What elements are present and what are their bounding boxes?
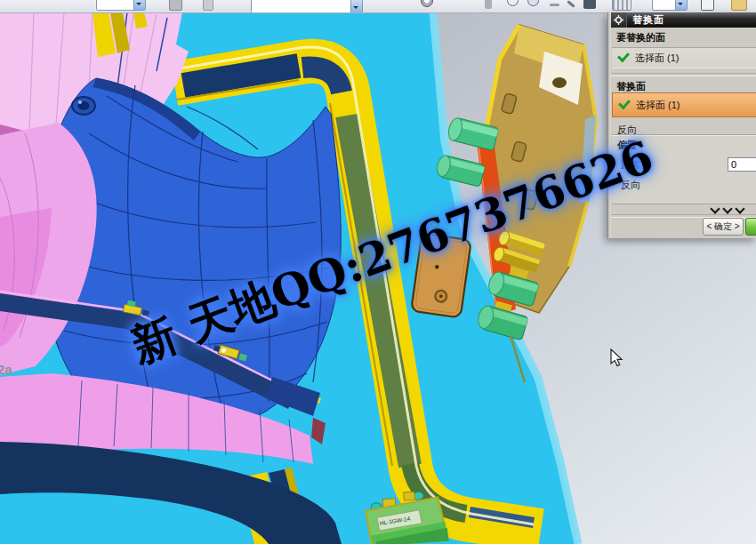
reverse-direction-2[interactable]: 反向	[621, 179, 640, 192]
ok-button[interactable]: < 确定 >	[703, 218, 744, 236]
offset-panel: 偏置 距离 反向	[612, 134, 756, 204]
grid-icon[interactable]	[612, 0, 631, 11]
chevron-down-icon	[722, 204, 732, 213]
group-faces-to-replace: 要替换的面	[616, 31, 665, 44]
plus-icon[interactable]	[550, 4, 559, 6]
distance-label: 距离	[621, 158, 640, 172]
tool-icon[interactable]	[485, 0, 492, 9]
rotate-icon[interactable]	[527, 0, 539, 6]
tool-icon[interactable]	[203, 0, 213, 11]
apply-button[interactable]: 应用	[745, 218, 756, 236]
collapse-chevrons[interactable]	[709, 204, 746, 214]
group-replacement-face: 替换面	[616, 80, 646, 93]
check-icon	[618, 97, 631, 109]
select-face-row-1[interactable]: 选择面 (1)	[612, 47, 756, 68]
check-icon	[617, 50, 630, 62]
chevron-down-icon	[350, 0, 362, 12]
folder-icon[interactable]	[731, 0, 747, 11]
dialog-title: 替换面	[627, 13, 664, 27]
dialog-titlebar[interactable]: 替换面	[611, 12, 756, 28]
divider	[611, 73, 756, 76]
snap-dropdown[interactable]	[652, 0, 688, 11]
insert-plate[interactable]	[411, 234, 471, 318]
top-toolbar[interactable]	[0, 0, 756, 13]
offset-group-label: 偏置	[617, 139, 637, 152]
crosshair-icon[interactable]	[421, 0, 433, 7]
chevron-down-icon	[675, 0, 687, 10]
chevron-down-icon	[133, 0, 145, 10]
teal-peg	[431, 222, 438, 228]
flag-icon[interactable]	[583, 0, 596, 9]
circle-icon[interactable]	[507, 0, 519, 6]
replace-face-dialog[interactable]: 替换面 要替换的面 选择面 (1) 替换面 选择面 (1) 反向 偏置 距离 反…	[607, 12, 756, 238]
distance-input[interactable]	[728, 157, 756, 172]
chevron-down-icon	[735, 204, 744, 213]
corner-label: 2a	[0, 362, 12, 377]
teal-peg	[419, 228, 428, 235]
arrow-icon[interactable]	[567, 0, 575, 8]
select-face-row-2-active[interactable]: 选择面 (1)	[612, 92, 756, 117]
clamp-icon[interactable]	[169, 0, 182, 11]
type-filter-dropdown[interactable]	[251, 0, 363, 13]
gear-icon[interactable]	[611, 12, 627, 28]
chevron-down-icon	[710, 204, 720, 213]
zoom-box-icon[interactable]	[701, 0, 714, 11]
view-dropdown[interactable]	[96, 0, 146, 11]
